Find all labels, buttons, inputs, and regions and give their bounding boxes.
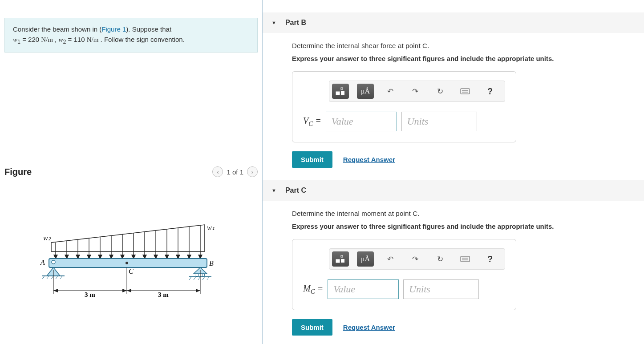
redo-button[interactable]: ↷ bbox=[407, 84, 424, 99]
units-button[interactable]: μÅ bbox=[357, 84, 374, 99]
part-c-submit-row: Submit Request Answer bbox=[292, 319, 631, 336]
mc-label: MC = bbox=[303, 283, 323, 295]
part-c-body: Determine the internal moment at point C… bbox=[263, 201, 644, 336]
templates-button[interactable] bbox=[332, 251, 349, 267]
unit-nm-2: N/m bbox=[87, 36, 99, 43]
part-c-input-row: MC = bbox=[303, 279, 505, 299]
svg-rect-62 bbox=[336, 259, 340, 263]
problem-statement: Consider the beam shown in (Figure 1). S… bbox=[4, 18, 258, 53]
part-c-toolbar: μÅ ↶ ↷ ↻ ? bbox=[329, 248, 505, 270]
B-label: B bbox=[209, 259, 214, 267]
templates-button[interactable] bbox=[332, 84, 349, 99]
part-b-input-row: VC = bbox=[303, 112, 505, 131]
svg-marker-18 bbox=[143, 255, 146, 259]
svg-marker-55 bbox=[196, 289, 200, 292]
beam-figure: w₂ w₁ A B C 3 m 3 m bbox=[4, 216, 258, 306]
part-b-units-input[interactable] bbox=[401, 112, 477, 131]
w1-sub: 1 bbox=[17, 39, 20, 45]
w2-var: w bbox=[58, 36, 63, 43]
svg-rect-65 bbox=[461, 256, 470, 262]
svg-marker-26 bbox=[187, 255, 191, 259]
w2-label: w₂ bbox=[43, 234, 51, 242]
figure-counter: 1 of 1 bbox=[227, 168, 243, 176]
svg-line-45 bbox=[198, 277, 200, 280]
units-button[interactable]: μÅ bbox=[357, 251, 374, 267]
problem-tail: . Follow the sign convention. bbox=[98, 36, 184, 43]
undo-button[interactable]: ↶ bbox=[382, 84, 399, 99]
C-label: C bbox=[129, 267, 134, 275]
svg-line-34 bbox=[47, 276, 49, 279]
svg-marker-24 bbox=[176, 255, 180, 259]
dim2-label: 3 m bbox=[158, 291, 169, 298]
svg-line-36 bbox=[56, 276, 58, 279]
svg-marker-14 bbox=[121, 255, 124, 259]
part-b-header[interactable]: ▼ Part B bbox=[263, 12, 644, 33]
part-b-question: Determine the internal shear force at po… bbox=[292, 42, 631, 49]
undo-button[interactable]: ↶ bbox=[382, 251, 399, 267]
svg-rect-64 bbox=[341, 259, 344, 263]
svg-line-46 bbox=[203, 277, 205, 280]
figure-prev-button[interactable]: ‹ bbox=[212, 166, 223, 177]
figure-link[interactable]: Figure 1 bbox=[101, 25, 126, 33]
part-b-answer-box: μÅ ↶ ↷ ↻ ? VC = bbox=[292, 71, 516, 142]
svg-marker-53 bbox=[122, 289, 127, 292]
w1-val: = 220 bbox=[20, 36, 41, 43]
svg-marker-54 bbox=[127, 289, 131, 292]
problem-text-2: ). Suppose that bbox=[126, 25, 171, 33]
w1-label: w₁ bbox=[207, 224, 215, 231]
left-panel: Consider the beam shown in (Figure 1). S… bbox=[0, 0, 263, 344]
part-c-question: Determine the internal moment at point C… bbox=[292, 210, 631, 217]
svg-marker-12 bbox=[109, 255, 113, 259]
svg-marker-22 bbox=[165, 255, 169, 259]
help-button[interactable]: ? bbox=[482, 251, 498, 267]
svg-marker-16 bbox=[132, 255, 135, 259]
part-b-toolbar: μÅ ↶ ↷ ↻ ? bbox=[329, 81, 505, 102]
svg-rect-57 bbox=[341, 88, 343, 89]
part-b-submit-button[interactable]: Submit bbox=[292, 151, 332, 168]
part-c-title: Part C bbox=[285, 186, 306, 194]
A-label: A bbox=[40, 259, 45, 266]
svg-marker-0 bbox=[51, 225, 205, 251]
reset-button[interactable]: ↻ bbox=[432, 84, 449, 99]
figure-title: Figure bbox=[4, 167, 32, 177]
svg-rect-63 bbox=[341, 255, 343, 257]
svg-marker-52 bbox=[53, 289, 58, 292]
svg-marker-20 bbox=[154, 255, 158, 259]
keyboard-button[interactable] bbox=[457, 251, 474, 267]
part-c-submit-button[interactable]: Submit bbox=[292, 319, 332, 336]
svg-marker-6 bbox=[76, 255, 80, 259]
svg-point-41 bbox=[202, 274, 205, 276]
collapse-icon: ▼ bbox=[271, 20, 276, 25]
part-c-answer-box: μÅ ↶ ↷ ↻ ? MC = bbox=[292, 239, 516, 310]
vc-label: VC = bbox=[303, 116, 321, 128]
part-b-instruction: Express your answer to three significant… bbox=[292, 55, 631, 62]
svg-rect-59 bbox=[461, 89, 470, 94]
part-c-value-input[interactable] bbox=[328, 279, 399, 299]
svg-marker-28 bbox=[198, 255, 202, 259]
part-c-instruction: Express your answer to three significant… bbox=[292, 223, 631, 230]
part-b-title: Part B bbox=[285, 19, 306, 27]
redo-button[interactable]: ↷ bbox=[407, 251, 424, 267]
part-b-request-answer-link[interactable]: Request Answer bbox=[343, 156, 395, 163]
part-b-value-input[interactable] bbox=[326, 112, 397, 131]
keyboard-button[interactable] bbox=[457, 84, 474, 99]
svg-line-33 bbox=[42, 276, 45, 279]
help-button[interactable]: ? bbox=[482, 84, 498, 99]
unit-nm-1: N/m bbox=[41, 36, 53, 43]
svg-line-47 bbox=[207, 277, 209, 280]
figure-next-button[interactable]: › bbox=[247, 166, 258, 177]
part-c-request-answer-link[interactable]: Request Answer bbox=[343, 324, 395, 331]
svg-marker-4 bbox=[65, 255, 69, 259]
svg-rect-56 bbox=[336, 92, 340, 95]
part-c-header[interactable]: ▼ Part C bbox=[263, 180, 644, 201]
reset-button[interactable]: ↻ bbox=[432, 251, 449, 267]
part-b-body: Determine the internal shear force at po… bbox=[263, 33, 644, 168]
svg-line-43 bbox=[189, 277, 191, 280]
problem-text-1: Consider the beam shown in ( bbox=[13, 25, 101, 33]
w1-var: w bbox=[13, 36, 17, 43]
right-panel: ▼ Part B Determine the internal shear fo… bbox=[263, 0, 644, 344]
part-b-submit-row: Submit Request Answer bbox=[292, 151, 631, 168]
svg-line-44 bbox=[194, 277, 196, 280]
part-c-units-input[interactable] bbox=[403, 279, 479, 299]
svg-marker-8 bbox=[87, 255, 91, 259]
